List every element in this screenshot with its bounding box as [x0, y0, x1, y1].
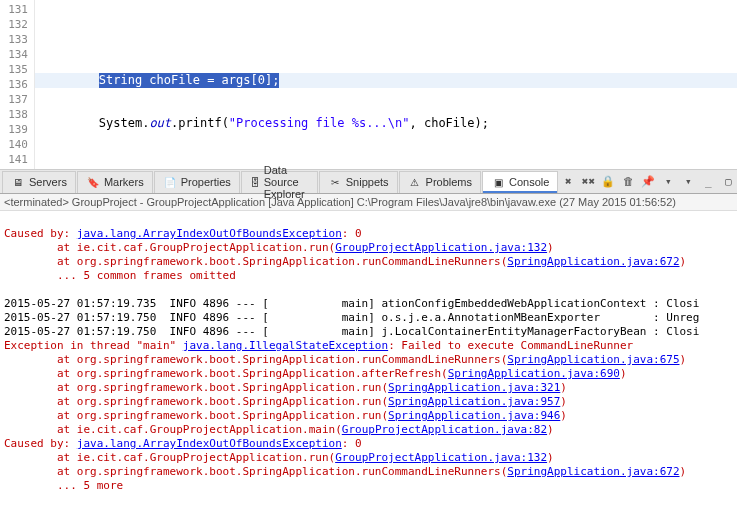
code-line-highlighted: String choFile = args[0];	[35, 73, 737, 88]
clear-console-icon[interactable]: 🗑	[619, 173, 637, 191]
console-output[interactable]: Caused by: java.lang.ArrayIndexOutOfBoun…	[0, 211, 737, 510]
stack-frame: at org.springframework.boot.SpringApplic…	[4, 395, 388, 408]
line-number: 133	[0, 32, 34, 47]
stack-frame: ... 5 common frames omitted	[4, 269, 236, 282]
console-icon: ▣	[491, 175, 505, 189]
tab-label: Data Source Explorer	[264, 164, 309, 200]
snippets-icon: ✂	[328, 175, 342, 189]
code-line	[35, 159, 737, 170]
remove-launch-icon[interactable]: ✖	[559, 173, 577, 191]
stack-frame: Caused by:	[4, 437, 77, 450]
stack-frame: at org.springframework.boot.SpringApplic…	[4, 381, 388, 394]
stack-frame: at org.springframework.boot.SpringApplic…	[4, 409, 388, 422]
source-link[interactable]: GroupProjectApplication.java:132	[335, 241, 547, 254]
stack-frame: at org.springframework.boot.SpringApplic…	[4, 367, 448, 380]
source-link[interactable]: SpringApplication.java:675	[507, 353, 679, 366]
source-link[interactable]: SpringApplication.java:672	[507, 255, 679, 268]
line-number: 138	[0, 107, 34, 122]
tab-snippets[interactable]: ✂Snippets	[319, 171, 398, 193]
scroll-lock-icon[interactable]: 🔒	[599, 173, 617, 191]
source-link[interactable]: SpringApplication.java:321	[388, 381, 560, 394]
console-toolbar: ✖ ✖✖ 🔒 🗑 📌 ▾ ▾ _ ▢	[559, 173, 737, 191]
line-number: 139	[0, 122, 34, 137]
exception-line: Exception in thread "main"	[4, 339, 183, 352]
stack-frame: at ie.cit.caf.GroupProjectApplication.ru…	[4, 241, 335, 254]
code-area[interactable]: String choFile = args[0]; System.out.pri…	[35, 0, 737, 170]
console-line: Caused by:	[4, 227, 77, 240]
database-icon: 🗄	[250, 175, 260, 189]
pin-console-icon[interactable]: 📌	[639, 173, 657, 191]
exception-link[interactable]: java.lang.ArrayIndexOutOfBoundsException	[77, 227, 342, 240]
line-number-ruler: 131 132 133 134 135 136 137 138 139 140 …	[0, 0, 35, 170]
line-number: 132	[0, 17, 34, 32]
console-header: <terminated> GroupProject - GroupProject…	[0, 194, 737, 211]
log-line: 2015-05-27 01:57:19.735 INFO 4896 --- [ …	[4, 297, 699, 310]
tab-servers[interactable]: 🖥Servers	[2, 171, 76, 193]
tab-markers[interactable]: 🔖Markers	[77, 171, 153, 193]
code-line	[35, 30, 737, 45]
properties-icon: 📄	[163, 175, 177, 189]
stack-frame: at ie.cit.caf.GroupProjectApplication.ma…	[4, 423, 342, 436]
source-link[interactable]: SpringApplication.java:946	[388, 409, 560, 422]
tab-label: Properties	[181, 176, 231, 188]
selection: String choFile = args[0];	[99, 73, 280, 88]
line-number: 137	[0, 92, 34, 107]
stack-frame: at org.springframework.boot.SpringApplic…	[4, 353, 507, 366]
tab-console[interactable]: ▣Console	[482, 171, 558, 193]
code-line: System.out.printf("Processing file %s...…	[35, 116, 737, 131]
tab-label: Markers	[104, 176, 144, 188]
line-number: 134	[0, 47, 34, 62]
tab-data-source-explorer[interactable]: 🗄Data Source Explorer	[241, 171, 318, 193]
minimize-icon[interactable]: _	[699, 173, 717, 191]
line-number: 131	[0, 2, 34, 17]
tab-properties[interactable]: 📄Properties	[154, 171, 240, 193]
log-line: 2015-05-27 01:57:19.750 INFO 4896 --- [ …	[4, 311, 699, 324]
problems-icon: ⚠	[408, 175, 422, 189]
line-number: 135	[0, 62, 34, 77]
maximize-icon[interactable]: ▢	[719, 173, 737, 191]
console-line: : 0	[342, 227, 362, 240]
servers-icon: 🖥	[11, 175, 25, 189]
source-link[interactable]: SpringApplication.java:957	[388, 395, 560, 408]
code-editor[interactable]: 131 132 133 134 135 136 137 138 139 140 …	[0, 0, 737, 170]
source-link[interactable]: GroupProjectApplication.java:132	[335, 451, 547, 464]
exception-link[interactable]: java.lang.ArrayIndexOutOfBoundsException	[77, 437, 342, 450]
tab-problems[interactable]: ⚠Problems	[399, 171, 481, 193]
exception-link[interactable]: java.lang.IllegalStateException	[183, 339, 388, 352]
line-number: 141	[0, 152, 34, 167]
line-number: 136	[0, 77, 34, 92]
tab-label: Console	[509, 176, 549, 188]
tab-label: Servers	[29, 176, 67, 188]
source-link[interactable]: GroupProjectApplication.java:82	[342, 423, 547, 436]
open-console-icon[interactable]: ▾	[679, 173, 697, 191]
stack-frame: at org.springframework.boot.SpringApplic…	[4, 255, 507, 268]
display-selected-console-icon[interactable]: ▾	[659, 173, 677, 191]
source-link[interactable]: SpringApplication.java:690	[448, 367, 620, 380]
tab-label: Problems	[426, 176, 472, 188]
stack-frame: ... 5 more	[4, 479, 123, 492]
markers-icon: 🔖	[86, 175, 100, 189]
log-line: 2015-05-27 01:57:19.750 INFO 4896 --- [ …	[4, 325, 699, 338]
stack-frame: at ie.cit.caf.GroupProjectApplication.ru…	[4, 451, 335, 464]
stack-frame: at org.springframework.boot.SpringApplic…	[4, 465, 507, 478]
tab-label: Snippets	[346, 176, 389, 188]
source-link[interactable]: SpringApplication.java:672	[507, 465, 679, 478]
line-number: 140	[0, 137, 34, 152]
views-tab-bar: 🖥Servers 🔖Markers 📄Properties 🗄Data Sour…	[0, 170, 737, 194]
remove-all-terminated-icon[interactable]: ✖✖	[579, 173, 597, 191]
